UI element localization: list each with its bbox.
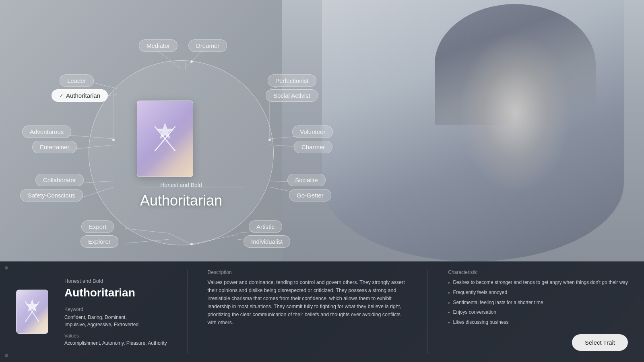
panel-dot-bl (5, 354, 8, 357)
center-card (137, 101, 193, 177)
bullet-5: • (448, 320, 450, 327)
panel-values-value: Accomplishment, Autonomy, Pleasure, Auth… (64, 340, 167, 346)
card-label: Honest and Bold (160, 182, 202, 188)
characteristic-item-5: • Likes discussing business (448, 319, 628, 327)
info-panel: Honest and Bold Authoritarian Keyword Co… (0, 261, 644, 362)
panel-title: Authoritarian (64, 286, 167, 299)
char-text-1: Desires to become stronger and tends to … (453, 279, 628, 286)
panel-keyword-label: Keyword (64, 306, 167, 312)
trait-node-volunteer[interactable]: Volunteer (292, 125, 333, 138)
characteristic-item-3: • Sentimental feeling lasts for a shorte… (448, 299, 628, 307)
character-face-highlight (459, 32, 572, 193)
trait-node-authoritarian-selected[interactable]: Authoritarian (52, 89, 108, 102)
trait-node-explorer[interactable]: Explorer (80, 235, 118, 248)
bullet-2: • (448, 290, 450, 297)
bullet-3: • (448, 300, 450, 307)
bullet-1: • (448, 280, 450, 287)
trait-node-collaborator[interactable]: Collaborator (35, 174, 84, 186)
trait-node-charmer[interactable]: Charmer (294, 141, 332, 153)
svg-marker-35 (25, 299, 39, 312)
characteristic-item-2: • Frequently feels annoyed (448, 289, 628, 297)
divider-2 (427, 269, 428, 354)
trait-wheel-area: Honest and Bold Authoritarian Mediator D… (0, 0, 362, 265)
panel-card-icon (16, 290, 48, 334)
trait-node-mediator[interactable]: Mediator (139, 39, 178, 52)
trait-node-entertainer[interactable]: Entertainer (32, 141, 77, 153)
panel-keyword-value: Confident, Daring, Dominant, Impulsive, … (64, 314, 145, 328)
trait-node-adventurous[interactable]: Adventurous (22, 125, 71, 138)
char-text-3: Sentimental feeling lasts for a shorter … (453, 299, 543, 306)
trait-node-individualist[interactable]: Individualist (244, 235, 290, 248)
bullet-4: • (448, 310, 450, 317)
description-text: Values power and dominance, tending to c… (208, 278, 408, 327)
panel-dot-tl (5, 266, 8, 269)
trait-node-go-getter[interactable]: Go-Getter (289, 189, 331, 202)
characteristic-item-1: • Desires to become stronger and tends t… (448, 279, 628, 287)
panel-subtitle: Honest and Bold (64, 278, 167, 284)
char-text-4: Enjoys conversation (453, 309, 496, 316)
svg-marker-30 (157, 123, 173, 139)
panel-info-section: Honest and Bold Authoritarian Keyword Co… (64, 269, 167, 354)
trait-node-artistic[interactable]: Artistic (249, 220, 282, 233)
select-trait-button[interactable]: Select Trait (572, 334, 628, 351)
char-text-5: Likes discussing business (453, 319, 508, 326)
trait-node-social-activist[interactable]: Social Activist (266, 89, 318, 102)
description-label: Description (208, 269, 408, 275)
trait-node-dreamer[interactable]: Dreamer (188, 39, 227, 52)
trait-node-expert[interactable]: Expert (81, 220, 114, 233)
char-text-2: Frequently feels annoyed (453, 289, 507, 296)
panel-description-section: Description Values power and dominance, … (208, 269, 408, 354)
characteristic-item-4: • Enjoys conversation (448, 309, 628, 317)
trait-node-perfectionist[interactable]: Perfectionist (268, 74, 316, 87)
trait-node-safety-conscious[interactable]: Safety-Conscious (20, 189, 83, 202)
panel-values-label: Values (64, 333, 167, 339)
svg-line-7 (93, 82, 117, 88)
trait-node-leader[interactable]: Leader (60, 74, 94, 87)
divider-1 (187, 269, 188, 354)
center-title: Authoritarian (140, 192, 222, 209)
trait-node-socialite[interactable]: Socialite (287, 174, 326, 186)
characteristic-label: Characteristic (448, 269, 628, 275)
